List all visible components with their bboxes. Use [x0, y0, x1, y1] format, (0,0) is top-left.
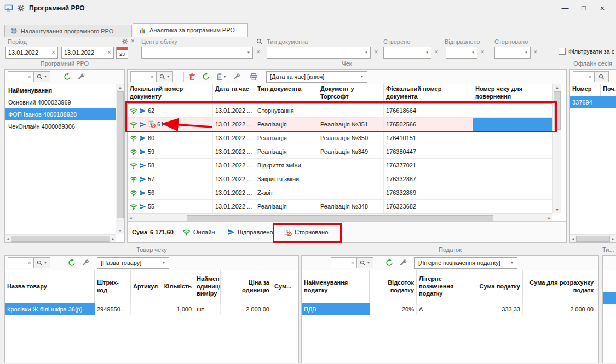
refresh-button[interactable]: [200, 71, 211, 82]
type-row-selected[interactable]: [603, 292, 616, 304]
product-row-selected[interactable]: Кросівки Ж білі шкіра 36(р) 2949550... 1…: [5, 303, 299, 315]
column-header[interactable]: Кількість: [160, 270, 194, 303]
created-select[interactable]: ▼: [383, 47, 431, 59]
check-row[interactable]: 56 13.01.2022 ... Z-звіт 176332869: [128, 186, 552, 200]
cell-price[interactable]: 2 000,00: [221, 303, 272, 315]
search-icon[interactable]: [256, 38, 263, 45]
check-row[interactable]: 57 13.01.2022 ... Закриття зміни 1763328…: [128, 172, 552, 186]
settings-wrench-button[interactable]: [76, 71, 87, 82]
cell-type[interactable]: Z-звіт: [255, 186, 318, 199]
cell-local-num[interactable]: 55: [128, 200, 213, 213]
cell-fiscal[interactable]: 176332887: [384, 172, 473, 186]
date-from-field[interactable]: 13.01.2022 ×: [5, 47, 58, 59]
check-row[interactable]: 55 13.01.2022 ... Реалізація Реалізація …: [128, 200, 552, 213]
calendar-button[interactable]: 23: [116, 47, 128, 59]
column-header[interactable]: Наймен одиниць виміру: [194, 270, 221, 303]
cell-date[interactable]: 13.01.2022 ...: [213, 186, 255, 199]
cell-local-num[interactable]: 58: [128, 159, 213, 172]
cell-doc[interactable]: [318, 186, 384, 199]
prro-list-item[interactable]: Основний 4000023969: [5, 96, 116, 108]
column-header[interactable]: Сум...: [272, 270, 299, 303]
column-header[interactable]: Документ у Торгсофт: [318, 84, 384, 103]
cell-doc[interactable]: [318, 159, 384, 172]
cell-doc[interactable]: Реалізація №348: [318, 200, 384, 213]
refresh-button[interactable]: [66, 257, 77, 268]
refresh-button[interactable]: [384, 257, 395, 268]
cell-fiscal[interactable]: 176377021: [384, 159, 473, 172]
clear-icon[interactable]: ×: [374, 48, 378, 55]
sort-order-select[interactable]: [Літерне позначення податку] ▼: [414, 257, 517, 269]
column-header[interactable]: Відсоток податку: [370, 270, 417, 303]
column-header[interactable]: Штрих-код: [95, 270, 131, 303]
column-header[interactable]: Локальний номер документу: [128, 84, 213, 103]
cell-return[interactable]: [473, 172, 552, 186]
cell-session-start[interactable]: [601, 96, 616, 108]
cell-tax-sum[interactable]: 333,33: [468, 303, 523, 315]
cell-fiscal[interactable]: 176332869: [384, 186, 473, 199]
column-header[interactable]: Назва товару: [5, 270, 95, 303]
check-row[interactable]: 58 13.01.2022 ... Відкриття зміни 176377…: [128, 159, 552, 172]
scroll-thumb[interactable]: [554, 91, 561, 130]
cell-fiscal[interactable]: 176618664: [384, 104, 473, 117]
tax-row-selected[interactable]: ПДВ 20% А 333,33 2 000,00: [302, 303, 596, 315]
cell-date[interactable]: 13.01.2022 ...: [213, 200, 255, 213]
tax-search[interactable]: × ▼: [331, 257, 373, 268]
cell-fiscal[interactable]: 176380447: [384, 145, 473, 158]
check-search[interactable]: × ▼: [130, 71, 173, 82]
cell-local-num[interactable]: 56: [128, 186, 213, 199]
cell-fiscal[interactable]: 176323682: [384, 200, 473, 213]
scroll-thumb[interactable]: [576, 236, 610, 242]
cell-return[interactable]: [473, 159, 552, 172]
check-row[interactable]: 59 13.01.2022 ... Реалізація Реалізація …: [128, 145, 552, 159]
cell-return[interactable]: [473, 145, 552, 158]
cell-fiscal[interactable]: 176502566: [384, 118, 473, 131]
cell-tax-letter[interactable]: А: [417, 303, 468, 315]
sent-select[interactable]: ▼: [446, 47, 477, 59]
scroll-right-icon[interactable]: ►: [611, 237, 615, 241]
clear-icon[interactable]: ×: [151, 73, 154, 80]
cell-doc[interactable]: [318, 104, 384, 117]
tab-settings[interactable]: Налаштування програмного РРО: [4, 25, 132, 37]
sort-order-select[interactable]: [Назва товару] ▼: [97, 257, 169, 269]
cell-local-num[interactable]: 57: [128, 172, 213, 186]
cell-article[interactable]: [131, 303, 160, 315]
clear-icon[interactable]: ×: [351, 259, 354, 266]
search-button[interactable]: ▼: [34, 257, 50, 268]
prro-list-item-selected[interactable]: ФОП Іванов 4000188928: [5, 108, 116, 120]
vertical-scrollbar[interactable]: ▲ ▼: [552, 84, 561, 213]
scroll-left-icon[interactable]: ◄: [6, 237, 10, 241]
cell-date[interactable]: 13.01.2022 ...: [213, 118, 255, 131]
minimize-button[interactable]: —: [556, 1, 574, 15]
clear-icon[interactable]: ×: [589, 73, 592, 80]
column-header[interactable]: Ціна за одиницю: [221, 270, 272, 303]
offline-row-selected[interactable]: 337694: [570, 96, 616, 108]
cell-doc[interactable]: Реалізація №351: [318, 118, 384, 131]
scroll-up-icon[interactable]: ▲: [553, 84, 561, 89]
scroll-down-icon[interactable]: ▼: [553, 208, 561, 212]
scroll-up-icon[interactable]: ▲: [116, 84, 124, 89]
cell-type[interactable]: Сторнування: [255, 104, 318, 117]
close-button[interactable]: ×: [593, 1, 612, 15]
cell-date[interactable]: 13.01.2022 ...: [213, 104, 255, 117]
search-button[interactable]: ▼: [34, 71, 50, 82]
column-header[interactable]: Номер чеку для повернення: [473, 84, 552, 103]
column-header[interactable]: Літерне позначення податку: [417, 270, 468, 303]
clear-icon[interactable]: ×: [28, 259, 31, 266]
prro-list-item[interactable]: ЧекОнлайн 4000089306: [5, 120, 116, 132]
search-button[interactable]: [595, 71, 609, 82]
cell-qty[interactable]: 1,000: [160, 303, 194, 315]
cell-fiscal[interactable]: 176410151: [384, 131, 473, 145]
clear-icon[interactable]: ×: [107, 49, 111, 56]
vertical-scrollbar[interactable]: ▲ ▼: [116, 84, 124, 234]
sort-order-select[interactable]: [Дата та час] [ключ] ▼: [266, 71, 367, 83]
cell-tax-base[interactable]: 2 000,00: [523, 303, 596, 315]
filter-gear-icon[interactable]: [122, 38, 128, 45]
cell-doc[interactable]: Реалізація №349: [318, 145, 384, 158]
scroll-right-icon[interactable]: ►: [111, 237, 115, 241]
cell-tax-name[interactable]: ПДВ: [302, 303, 370, 315]
horizontal-scrollbar[interactable]: ◄ ►: [570, 234, 616, 242]
cell-type[interactable]: Закриття зміни: [255, 172, 318, 186]
scroll-left-icon[interactable]: ◄: [129, 216, 133, 220]
cell-tax-percent[interactable]: 20%: [370, 303, 417, 315]
delete-button[interactable]: [187, 71, 198, 82]
